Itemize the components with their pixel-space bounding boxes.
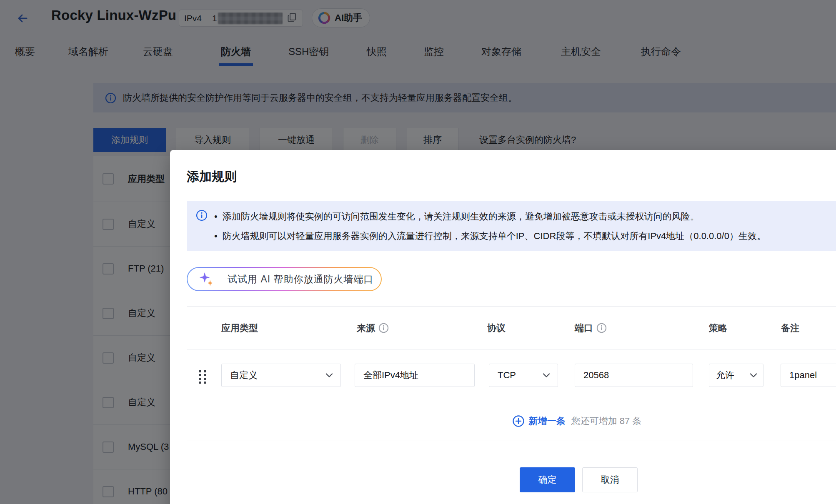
- remark-input[interactable]: [781, 364, 836, 387]
- dialog-notice-box: 添加防火墙规则将使实例的可访问范围发生变化，请关注规则生效的来源，避免增加被恶意…: [187, 201, 836, 251]
- col-app-type: 应用类型: [221, 307, 258, 349]
- source-help-icon[interactable]: [378, 323, 389, 333]
- rule-table-header: 应用类型 来源 协议 端口: [187, 307, 836, 349]
- cancel-button[interactable]: 取消: [582, 467, 638, 492]
- ai-sparkles-icon: [199, 272, 213, 286]
- drag-handle-icon[interactable]: [198, 370, 210, 384]
- chevron-down-icon: [750, 373, 757, 378]
- policy-select[interactable]: 允许: [709, 364, 763, 387]
- chevron-down-icon: [543, 373, 550, 378]
- lighthouse-console-page: Rocky Linux-WzPu IPv4 1: [0, 0, 836, 504]
- source-input[interactable]: [355, 364, 474, 387]
- confirm-button[interactable]: 确定: [520, 467, 575, 492]
- port-field: [575, 364, 693, 387]
- rule-edit-row: 自定义 TCP 允许: [187, 349, 836, 401]
- notice-list: 添加防火墙规则将使实例的可访问范围发生变化，请关注规则生效的来源，避免增加被恶意…: [214, 207, 766, 246]
- app-type-select[interactable]: 自定义: [221, 364, 341, 387]
- add-one-rule-link[interactable]: 新增一条: [512, 415, 566, 427]
- protocol-select[interactable]: TCP: [489, 364, 558, 387]
- ai-helper-label: 试试用 AI 帮助你放通防火墙端口: [228, 273, 374, 286]
- plus-circle-icon: [512, 415, 525, 427]
- port-input[interactable]: [575, 364, 693, 387]
- col-protocol: 协议: [487, 307, 506, 349]
- remark-field: [781, 364, 836, 387]
- dialog-title: 添加规则: [187, 168, 237, 185]
- add-rule-dialog: 添加规则 添加防火墙规则将使实例的可访问范围发生变化，请关注规则生效的来源，避免…: [170, 150, 836, 504]
- notice-line: 防火墙规则可以对轻量应用服务器实例的入流量进行控制，来源支持单个IP、CIDR段…: [214, 226, 766, 246]
- notice-line: 添加防火墙规则将使实例的可访问范围发生变化，请关注规则生效的来源，避免增加被恶意…: [214, 207, 766, 226]
- col-source: 来源: [357, 307, 389, 349]
- source-field: [355, 364, 475, 387]
- col-remark: 备注: [781, 307, 799, 349]
- remaining-count-text: 您还可增加 87 条: [571, 415, 642, 427]
- add-row-bar: 新增一条 您还可增加 87 条: [187, 401, 836, 441]
- rule-edit-table: 应用类型 来源 协议 端口: [187, 306, 836, 441]
- info-icon: [196, 210, 208, 221]
- col-port: 端口: [575, 307, 607, 349]
- col-policy: 策略: [709, 307, 727, 349]
- port-help-icon[interactable]: [596, 323, 607, 333]
- ai-helper-button[interactable]: 试试用 AI 帮助你放通防火墙端口: [187, 267, 382, 291]
- chevron-down-icon: [325, 373, 333, 378]
